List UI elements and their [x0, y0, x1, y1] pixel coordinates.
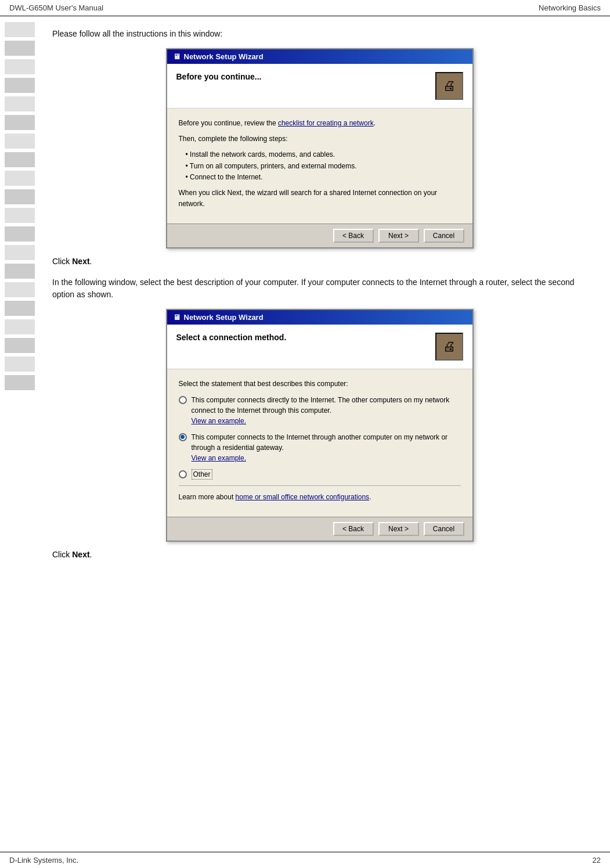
sidebar: [0, 16, 46, 858]
wizard1-para3: When you click Next, the wizard will sea…: [179, 188, 461, 210]
wizard-top-title-2: Select a connection method.: [176, 333, 287, 342]
wizard2-next-button[interactable]: Next >: [378, 522, 419, 536]
sidebar-block: [5, 115, 35, 130]
wizard-main-area-1: Before you continue, review the checklis…: [167, 109, 472, 224]
wizard-main-area-2: Select the statement that best describes…: [167, 369, 472, 516]
wizard-footer-2: < Back Next > Cancel: [167, 517, 472, 541]
view-example-2[interactable]: View an example.: [192, 453, 461, 463]
wizard2-para1: Select the statement that best describes…: [179, 379, 461, 390]
wizard1-para1: Before you continue, review the checklis…: [179, 118, 461, 129]
wizard1-steps: Install the network cards, modems, and c…: [186, 149, 461, 183]
sidebar-block: [5, 189, 35, 204]
radio-text-1: This computer connects directly to the I…: [192, 395, 461, 426]
header-left: DWL-G650M User's Manual: [9, 3, 103, 12]
radio-circle-3[interactable]: [179, 470, 187, 478]
wizard1-cancel-button[interactable]: Cancel: [424, 229, 464, 243]
wizard-title-text: Network Setup Wizard: [184, 52, 264, 61]
sidebar-block: [5, 319, 35, 334]
wizard1-step-3: Connect to the Internet.: [186, 172, 461, 183]
wizard1-para2: Then, complete the following steps:: [179, 134, 461, 145]
wizard2-title-icon: 🖥: [173, 313, 181, 322]
radio-circle-2[interactable]: [179, 433, 187, 441]
wizard-top-section-2: Select a connection method. 🖨: [167, 325, 472, 369]
wizard2-option-1[interactable]: This computer connects directly to the I…: [179, 395, 461, 426]
wizard2-title-text: Network Setup Wizard: [184, 313, 264, 322]
learn-more-link[interactable]: home or small office network configurati…: [236, 493, 370, 501]
wizard-top-icon-1: 🖨: [435, 72, 463, 100]
sidebar-block: [5, 152, 35, 167]
main-content: Please follow all the instructions in th…: [46, 16, 610, 858]
sidebar-block: [5, 264, 35, 279]
wizard-body-2: Select a connection method. 🖨 Select the…: [167, 325, 472, 540]
wizard2-option-2[interactable]: This computer connects to the Internet t…: [179, 432, 461, 463]
wizard1-step-2: Turn on all computers, printers, and ext…: [186, 161, 461, 172]
sidebar-block: [5, 338, 35, 353]
wizard1-next-button[interactable]: Next >: [378, 229, 419, 243]
sidebar-block: [5, 171, 35, 186]
sidebar-block: [5, 22, 35, 37]
sidebar-block: [5, 208, 35, 223]
sidebar-block: [5, 282, 35, 297]
wizard1-step-1: Install the network cards, modems, and c…: [186, 149, 461, 160]
wizard-title-icon: 🖥: [173, 52, 181, 61]
wizard-titlebar-2: 🖥 Network Setup Wizard: [167, 310, 472, 325]
sidebar-block: [5, 134, 35, 149]
middle-text: In the following window, select the best…: [52, 276, 587, 301]
radio-text-2: This computer connects to the Internet t…: [192, 432, 461, 463]
sidebar-block: [5, 226, 35, 242]
wizard-window-2: 🖥 Network Setup Wizard Select a connecti…: [166, 309, 474, 541]
wizard2-learn-more: Learn more about home or small office ne…: [179, 492, 461, 503]
wizard2-divider: [179, 485, 461, 486]
checklist-link[interactable]: checklist for creating a network: [278, 119, 374, 127]
sidebar-block: [5, 78, 35, 93]
intro-text: Please follow all the instructions in th…: [52, 28, 587, 40]
page-header: DWL-G650M User's Manual Networking Basic…: [0, 0, 610, 16]
click-next-2-bold: Next: [72, 550, 89, 559]
page-layout: Please follow all the instructions in th…: [0, 16, 610, 858]
wizard-body-1: Before you continue... 🖨 Before you cont…: [167, 64, 472, 247]
view-example-1[interactable]: View an example.: [192, 416, 461, 426]
click-next-1-bold: Next: [72, 257, 89, 266]
sidebar-block: [5, 59, 35, 74]
sidebar-block: [5, 41, 35, 56]
wizard-top-title-1: Before you continue...: [176, 72, 262, 81]
wizard2-top-icon: 🖨: [435, 333, 463, 361]
sidebar-block: [5, 375, 35, 390]
sidebar-block: [5, 245, 35, 260]
header-right: Networking Basics: [539, 3, 601, 12]
wizard2-back-button[interactable]: < Back: [333, 522, 374, 536]
wizard2-option-3[interactable]: Other: [179, 469, 461, 480]
footer-right: 22: [593, 856, 601, 865]
wizard-top-section-1: Before you continue... 🖨: [167, 64, 472, 109]
wizard-footer-1: < Back Next > Cancel: [167, 224, 472, 247]
wizard2-cancel-button[interactable]: Cancel: [424, 522, 464, 536]
wizard1-back-button[interactable]: < Back: [333, 229, 374, 243]
sidebar-block: [5, 356, 35, 372]
wizard-window-1: 🖥 Network Setup Wizard Before you contin…: [166, 48, 474, 248]
click-next-1: Click Next.: [52, 257, 587, 266]
radio-circle-1[interactable]: [179, 396, 187, 404]
sidebar-block: [5, 96, 35, 111]
sidebar-block: [5, 301, 35, 316]
page-footer: D-Link Systems, Inc. 22: [0, 852, 610, 868]
radio-text-3: Other: [192, 469, 212, 480]
wizard-titlebar-1: 🖥 Network Setup Wizard: [167, 49, 472, 64]
footer-left: D-Link Systems, Inc.: [9, 856, 78, 865]
click-next-2: Click Next.: [52, 550, 587, 559]
